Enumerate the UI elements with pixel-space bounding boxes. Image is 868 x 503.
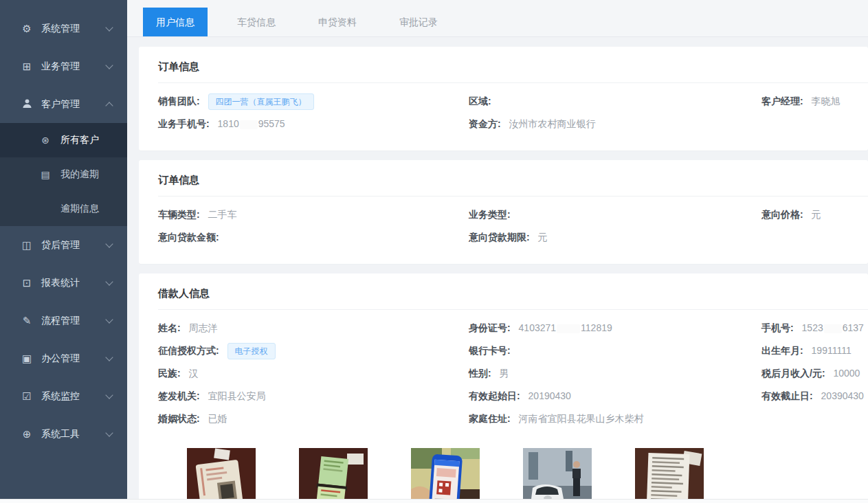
sidebar-item-business-management[interactable]: ⊞ 业务管理 [0,47,127,85]
order-info-1-grid: 销售团队: 四团一营（直属王鹏飞） 区域: 客户经理: 李晓旭 业务手机号: 1… [158,90,868,135]
tab-approval-records[interactable]: 审批记录 [386,8,451,36]
field-label: 出生年月: [761,345,803,356]
field-label: 签发机关: [158,390,200,401]
chevron-down-icon [105,61,113,69]
field-business-phone: 业务手机号: 181095575 [158,113,469,135]
field-label: 手机号: [761,322,794,333]
sidebar-item-system-management[interactable]: ⚙ 系统管理 [0,10,127,47]
field-label: 意向贷款金额: [158,232,219,243]
field-label: 业务类型: [469,209,511,220]
tab-loan-application-docs[interactable]: 申贷资料 [305,8,370,36]
field-business-type: 业务类型: [469,203,761,226]
sidebar-item-label: 客户管理 [41,98,80,111]
wheel-icon: ⊛ [40,135,51,146]
field-label: 区域: [469,96,491,107]
field-value: 宜阳县公安局 [208,390,266,401]
sidebar-item-label: 我的逾期 [60,168,99,181]
field-marital-status: 婚姻状态: 已婚 [158,407,469,430]
field-region: 区域: [469,90,761,113]
detail-tabbar: 用户信息 车贷信息 申贷资料 审批记录 [127,0,868,37]
order-info-card-2: 订单信息 车辆类型: 二手车 业务类型: 意向价格: 元 意向贷款金额: 意向贷… [139,160,868,264]
sidebar-item-label: 流程管理 [41,315,80,327]
field-label: 销售团队: [158,96,200,107]
horizontal-scrollbar[interactable] [0,499,868,503]
sidebar-item-system-monitor[interactable]: ☑ 系统监控 [0,377,127,415]
field-label: 姓名: [158,322,181,333]
field-label: 银行卡号: [469,345,511,356]
field-label: 有效截止日: [761,390,813,401]
credit-auth-tag[interactable]: 电子授权 [227,343,276,359]
customer-management-submenu: ⊛ 所有客户 ▤ 我的逾期 逾期信息 [0,123,127,226]
field-label: 民族: [158,368,181,379]
field-birth: 出生年月: 19911111 [761,339,868,362]
photo-license-booklet-thumbnail[interactable]: 驾驶证照片 [299,448,368,503]
censor-patch [240,120,258,129]
field-label: 身份证号: [469,322,511,333]
field-value: 20190430 [528,390,571,401]
tab-user-info[interactable]: 用户信息 [143,8,208,36]
sidebar-item-label: 逾期信息 [60,203,99,215]
sidebar-item-overdue-info[interactable]: 逾期信息 [0,192,127,226]
chevron-up-icon [105,102,113,109]
field-value-masked: 4103271112819 [519,322,612,333]
toolbox-icon: ⊕ [21,428,33,440]
tab-car-loan-info[interactable]: 车贷信息 [224,8,289,36]
field-funder: 资金方: 汝州市农村商业银行 [469,113,761,135]
field-valid-to: 有效截止日: 20390430 [761,385,868,407]
photo-document-thumbnail[interactable]: 其他材料 [635,448,704,503]
sidebar-item-my-overdue[interactable]: ▤ 我的逾期 [0,157,127,192]
sidebar-item-office-management[interactable]: ▣ 办公管理 [0,339,127,377]
sidebar-item-system-tools[interactable]: ⊕ 系统工具 [0,415,127,453]
id-card-front-image [187,448,256,503]
field-label: 车辆类型: [158,209,200,220]
sidebar-item-report-statistics[interactable]: ⊡ 报表统计 [0,264,127,302]
chevron-down-icon [105,240,113,247]
sidebar-item-label: 系统工具 [41,428,80,440]
monitor-icon: ⊡ [21,277,33,289]
field-home-address: 家庭住址: 河南省宜阳县花果山乡木柴村 [469,407,761,430]
field-label: 征信授权方式: [158,345,219,356]
section-title: 订单信息 [158,174,868,197]
section-title: 借款人信息 [158,287,868,310]
field-value-masked: 181095575 [218,118,285,129]
field-value: 河南省宜阳县花果山乡木柴村 [519,413,644,424]
censor-patch [557,324,580,333]
handwritten-document-image [635,448,704,503]
field-ethnic: 民族: 汉 [158,362,469,385]
sidebar-item-label: 贷后管理 [41,239,80,252]
photo-id-card-front-thumbnail[interactable]: 人证照片 [187,448,256,503]
field-value: 汉 [189,368,199,379]
field-value: 汝州市农村商业银行 [509,118,596,129]
sidebar-item-label: 报表统计 [41,277,80,289]
field-label: 业务手机号: [158,118,210,129]
field-label: 性别: [469,368,491,379]
field-credit-auth: 征信授权方式: 电子授权 [158,339,469,362]
sidebar-item-postloan-management[interactable]: ◫ 贷后管理 [0,226,127,264]
gear-icon: ⚙ [21,23,33,35]
field-phone: 手机号: 15236137 [761,317,868,339]
sidebar-item-label: 业务管理 [41,60,80,73]
sidebar-item-process-management[interactable]: ✎ 流程管理 [0,302,127,339]
sidebar-item-label: 办公管理 [41,353,80,365]
sidebar-item-all-customers[interactable]: ⊛ 所有客户 [0,123,127,157]
field-label: 家庭住址: [469,413,511,424]
person-car-image [523,448,592,503]
field-customer-manager: 客户经理: 李晓旭 [761,90,868,113]
field-loan-amount: 意向贷款金额: [158,226,469,249]
field-name: 姓名: 周志洋 [158,317,469,339]
chevron-down-icon [105,278,113,285]
field-id-number: 身份证号: 4103271112819 [469,317,761,339]
sidebar-item-customer-management[interactable]: 客户管理 [0,85,127,123]
order-info-card-1: 订单信息 销售团队: 四团一营（直属王鹏飞） 区域: 客户经理: 李晓旭 业务手… [139,47,868,150]
photo-person-with-car-thumbnail[interactable]: 人车合影 [523,448,592,503]
field-valid-from: 有效起始日: 20190430 [469,385,761,407]
sales-team-tag[interactable]: 四团一营（直属王鹏飞） [208,93,314,110]
field-income: 税后月收入/元: 10000 [761,362,868,385]
phone-qr-image [411,448,480,503]
field-intent-price: 意向价格: 元 [761,203,868,226]
photo-auth-screenshot-thumbnail[interactable]: 授权截图 [411,448,480,503]
grid-icon: ⊞ [21,60,33,73]
section-title: 订单信息 [158,60,868,83]
field-bank-card: 银行卡号: [469,339,761,362]
censor-patch [824,324,842,333]
